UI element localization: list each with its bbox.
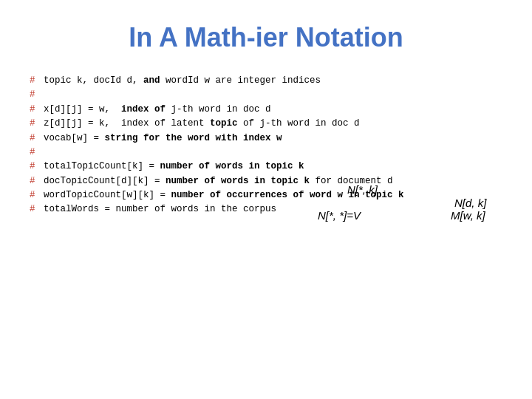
line-5-text: vocab[w] = string for the word with inde… (38, 132, 282, 146)
code-line-3: # x[d][j] = w, index of j-th word in doc… (30, 103, 502, 117)
hash-1: # (30, 74, 35, 88)
code-line-2: # (30, 88, 502, 102)
code-line-6: # (30, 146, 502, 160)
hash-10: # (30, 202, 35, 216)
code-block: # topic k, docId d, and wordId w are int… (30, 74, 502, 217)
hash-4: # (30, 117, 35, 131)
code-line-7: # totalTopicCount[k] = number of words i… (30, 160, 502, 174)
slide-title: In A Math-ier Notation (30, 22, 502, 53)
math-nk-label: N[*, k] (347, 181, 378, 198)
line-7-text: totalTopicCount[k] = number of words in … (38, 160, 304, 174)
code-line-8: # docTopicCount[d][k] = number of words … (30, 174, 502, 188)
code-line-1: # topic k, docId d, and wordId w are int… (30, 74, 502, 88)
hash-6: # (30, 146, 35, 160)
hash-8: # (30, 174, 35, 188)
line-3-text: x[d][j] = w, index of j-th word in doc d (38, 103, 271, 117)
line-8-text: docTopicCount[d][k] = number of words in… (38, 174, 393, 188)
hash-5: # (30, 132, 35, 146)
hash-9: # (30, 188, 35, 202)
code-line-9: # wordTopicCount[w][k] = number of occur… (30, 188, 502, 202)
line-10-text: totalWords = number of words in the corp… (38, 202, 277, 216)
math-mwk-label: M[w, k] (451, 207, 485, 224)
line-1-text: topic k, docId d, and wordId w are integ… (38, 74, 321, 88)
hash-2: # (30, 88, 35, 102)
code-line-5: # vocab[w] = string for the word with in… (30, 132, 502, 146)
code-line-10: # totalWords = number of words in the co… (30, 202, 502, 216)
math-nstar-label: N[*, *]=V (318, 207, 361, 224)
hash-7: # (30, 160, 35, 174)
line-4-text: z[d][j] = k, index of latent topic of j-… (38, 117, 360, 131)
code-line-4: # z[d][j] = k, index of latent topic of … (30, 117, 502, 131)
slide: In A Math-ier Notation # topic k, docId … (0, 0, 532, 399)
hash-3: # (30, 103, 35, 117)
